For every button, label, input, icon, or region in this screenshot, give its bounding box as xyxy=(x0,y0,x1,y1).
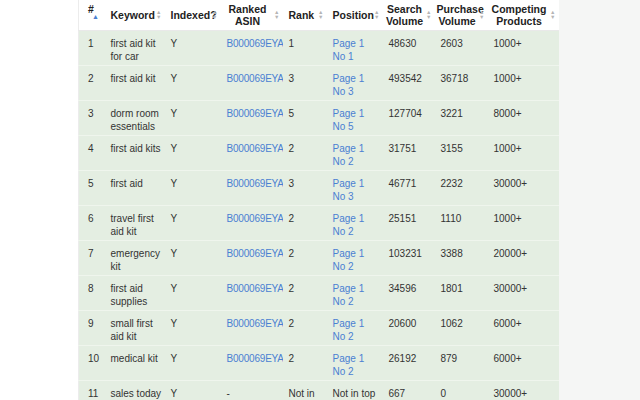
column-header-search_volume[interactable]: Search Volume▲▼ xyxy=(383,0,435,31)
sort-toggle-icon[interactable]: ▲▼ xyxy=(550,10,555,20)
column-header-asin[interactable]: Ranked ASIN▲▼ xyxy=(221,0,283,31)
cell-search-volume: 31751 xyxy=(383,136,435,171)
position-link[interactable]: No 2 xyxy=(333,295,381,308)
column-label-indexed: Indexed? xyxy=(171,9,217,21)
cell-search-volume: 34596 xyxy=(383,276,435,311)
column-header-competing_products[interactable]: Competing Products▲▼ xyxy=(488,0,559,31)
sort-down-arrow: ▼ xyxy=(426,15,431,20)
sort-toggle-icon[interactable]: ▲▼ xyxy=(212,10,217,20)
position-link[interactable]: No 2 xyxy=(333,225,381,238)
table-row: 9small first aid kitYB000069EYA2Page 1No… xyxy=(79,311,559,346)
sort-toggle-icon[interactable]: ▲▼ xyxy=(156,10,161,20)
position-link[interactable]: No 3 xyxy=(333,85,381,98)
cell-purchase-volume: 36718 xyxy=(435,66,488,101)
cell-competing-products: 1000+ xyxy=(488,66,559,101)
column-header-keyword[interactable]: Keyword▲▼ xyxy=(105,0,165,31)
position-link[interactable]: Page 1 xyxy=(333,247,381,260)
cell-competing-products: 30000+ xyxy=(488,276,559,311)
table-row: 5first aidYB000069EYA3Page 1No 346771223… xyxy=(79,171,559,206)
cell-keyword: first aid kits xyxy=(105,136,165,171)
cell-purchase-volume: 2603 xyxy=(435,31,488,66)
column-header-position[interactable]: Position▲▼ xyxy=(327,0,383,31)
cell-keyword: emergency kit xyxy=(105,241,165,276)
cell-rank: 2 xyxy=(283,311,327,346)
column-header-num[interactable]: #▲ xyxy=(79,0,105,31)
cell-ranked-asin: B000069EYA xyxy=(221,206,283,241)
position-link[interactable]: Page 1 xyxy=(333,37,381,50)
position-link[interactable]: No 2 xyxy=(333,330,381,343)
column-header-indexed[interactable]: Indexed?▲▼ xyxy=(165,0,221,31)
cell-indexed: Y xyxy=(165,101,221,136)
asin-link[interactable]: B000069EYA xyxy=(227,108,283,119)
table-body: 1first aid kit for carYB000069EYA1Page 1… xyxy=(79,31,559,400)
asin-link[interactable]: B000069EYA xyxy=(227,73,283,84)
cell-rank: 2 xyxy=(283,241,327,276)
position-link[interactable]: Page 1 xyxy=(333,142,381,155)
cell-rank: 2 xyxy=(283,206,327,241)
position-link[interactable]: Page 1 xyxy=(333,317,381,330)
position-link[interactable]: No 3 xyxy=(333,190,381,203)
asin-link[interactable]: B000069EYA xyxy=(227,283,283,294)
cell-search-volume: 46771 xyxy=(383,171,435,206)
cell-position: Page 1No 2 xyxy=(327,346,383,381)
cell-keyword: dorm room essentials xyxy=(105,101,165,136)
position-link[interactable]: No 5 xyxy=(333,120,381,133)
position-link[interactable]: Page 1 xyxy=(333,212,381,225)
position-link[interactable]: No 2 xyxy=(333,260,381,273)
page-background xyxy=(559,0,640,400)
keyword-rank-table: #▲Keyword▲▼Indexed?▲▼Ranked ASIN▲▼Rank▲▼… xyxy=(78,0,559,400)
position-link[interactable]: No 1 xyxy=(333,50,381,63)
table-row: 8first aid suppliesYB000069EYA2Page 1No … xyxy=(79,276,559,311)
cell-indexed: Y xyxy=(165,171,221,206)
position-link[interactable]: Page 1 xyxy=(333,107,381,120)
position-link[interactable]: Page 1 xyxy=(333,282,381,295)
cell-rank: 2 xyxy=(283,276,327,311)
position-link[interactable]: Page 1 xyxy=(333,352,381,365)
cell-position: Page 1No 2 xyxy=(327,276,383,311)
asin-link[interactable]: B000069EYA xyxy=(227,213,283,224)
cell-competing-products: 30000+ xyxy=(488,381,559,400)
column-header-rank[interactable]: Rank▲▼ xyxy=(283,0,327,31)
sort-toggle-icon[interactable]: ▲▼ xyxy=(318,10,323,20)
cell-num: 10 xyxy=(79,346,105,381)
asin-link[interactable]: B000069EYA xyxy=(227,178,283,189)
asin-link[interactable]: B000069EYA xyxy=(227,248,283,259)
cell-search-volume: 26192 xyxy=(383,346,435,381)
asin-link[interactable]: B000069EYA xyxy=(227,353,283,364)
asin-link[interactable]: B000069EYA xyxy=(227,143,283,154)
cell-indexed: Y xyxy=(165,206,221,241)
cell-num: 4 xyxy=(79,136,105,171)
cell-ranked-asin: B000069EYA xyxy=(221,276,283,311)
position-link[interactable]: Page 1 xyxy=(333,72,381,85)
cell-search-volume: 493542 xyxy=(383,66,435,101)
position-link[interactable]: No 2 xyxy=(333,365,381,378)
cell-position: Page 1No 2 xyxy=(327,206,383,241)
column-header-purchase_volume[interactable]: Purchase Volume▲▼ xyxy=(435,0,488,31)
cell-competing-products: 6000+ xyxy=(488,346,559,381)
table-row: 2first aid kitYB000069EYA3Page 1No 34935… xyxy=(79,66,559,101)
page: #▲Keyword▲▼Indexed?▲▼Ranked ASIN▲▼Rank▲▼… xyxy=(0,0,640,400)
position-link[interactable]: No 2 xyxy=(333,155,381,168)
cell-num: 3 xyxy=(79,101,105,136)
sort-toggle-icon[interactable]: ▲▼ xyxy=(426,10,431,20)
asin-link[interactable]: B000069EYA xyxy=(227,38,283,49)
asin-link[interactable]: B000069EYA xyxy=(227,318,283,329)
sort-toggle-icon[interactable]: ▲▼ xyxy=(479,10,484,20)
cell-keyword: first aid supplies xyxy=(105,276,165,311)
sort-down-arrow: ▼ xyxy=(156,15,161,20)
cell-purchase-volume: 1062 xyxy=(435,311,488,346)
position-link[interactable]: Page 1 xyxy=(333,177,381,190)
cell-competing-products: 6000+ xyxy=(488,311,559,346)
cell-keyword: small first aid kit xyxy=(105,311,165,346)
table-row: 1first aid kit for carYB000069EYA1Page 1… xyxy=(79,31,559,66)
sort-toggle-icon[interactable]: ▲▼ xyxy=(274,10,279,20)
table-row: 11sales todayY-Not in top 300Not in top … xyxy=(79,381,559,400)
sort-ascending-icon[interactable]: ▲ xyxy=(92,13,99,20)
cell-num: 8 xyxy=(79,276,105,311)
cell-indexed: Y xyxy=(165,136,221,171)
header-row: #▲Keyword▲▼Indexed?▲▼Ranked ASIN▲▼Rank▲▼… xyxy=(79,0,559,31)
cell-keyword: first aid xyxy=(105,171,165,206)
sort-down-arrow: ▼ xyxy=(479,15,484,20)
sort-toggle-icon[interactable]: ▲▼ xyxy=(374,10,379,20)
column-label-position: Position xyxy=(333,9,374,21)
